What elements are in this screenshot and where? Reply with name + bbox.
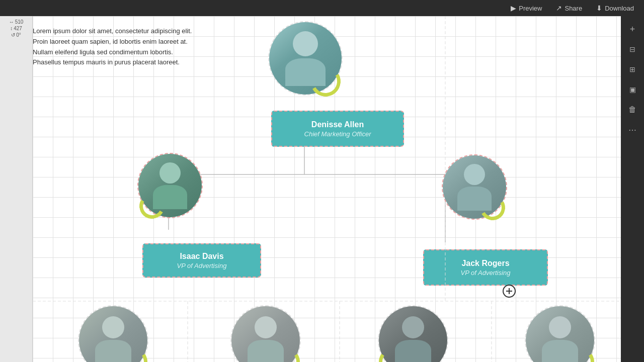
more-options-icon[interactable]: ⋯ bbox=[624, 122, 640, 138]
denisse-name: Denisse Allen bbox=[311, 120, 364, 129]
download-button[interactable]: ⬇ Download bbox=[590, 2, 640, 14]
coordinate-bar: ↔ 510 ↕ 427 ↺ 0° bbox=[0, 16, 33, 362]
isaac-name: Isaac Davis bbox=[180, 252, 223, 261]
text-line-3: Nullam eleifend ligula sed condimentum l… bbox=[33, 47, 229, 58]
bottom-avatar-1[interactable] bbox=[78, 305, 148, 362]
coord-angle: ↺ 0° bbox=[11, 32, 21, 38]
cursor-crosshair bbox=[503, 285, 516, 298]
jack-avatar-wrapper[interactable] bbox=[442, 154, 507, 220]
play-icon: ▶ bbox=[511, 4, 516, 12]
bottom-avatar-2[interactable] bbox=[230, 305, 301, 362]
frame-icon[interactable]: ▣ bbox=[624, 81, 640, 98]
right-sidebar: + ⊟ ⊞ ▣ 🗑 ⋯ bbox=[621, 16, 644, 362]
text-line-2: Proin laoreet quam sapien, id lobortis e… bbox=[33, 37, 229, 47]
fit-vertical-icon[interactable]: ⊞ bbox=[624, 61, 640, 77]
text-block: Lorem ipsum dolor sit amet, consectetur … bbox=[33, 26, 229, 68]
text-line-1: Lorem ipsum dolor sit amet, consectetur … bbox=[33, 26, 229, 37]
bottom-avatar-3[interactable] bbox=[378, 305, 448, 362]
preview-button[interactable]: ▶ Preview bbox=[505, 2, 548, 14]
denisse-avatar-wrapper[interactable] bbox=[268, 21, 343, 96]
delete-icon[interactable]: 🗑 bbox=[624, 102, 640, 118]
toolbar: ▶ Preview ↗ Share ⬇ Download bbox=[0, 0, 644, 16]
download-label: Download bbox=[605, 5, 634, 12]
share-icon: ↗ bbox=[556, 4, 562, 12]
coord-x: ↔ 510 bbox=[9, 19, 24, 25]
bottom-avatar-4[interactable] bbox=[525, 305, 595, 362]
canvas: Lorem ipsum dolor sit amet, consectetur … bbox=[33, 16, 621, 362]
denisse-title: Chief Marketing Officer bbox=[304, 130, 371, 138]
denisse-role-card[interactable]: Denisse Allen Chief Marketing Officer bbox=[271, 111, 404, 147]
share-button[interactable]: ↗ Share bbox=[550, 2, 588, 14]
isaac-avatar-wrapper[interactable] bbox=[137, 153, 203, 218]
coord-y: ↕ 427 bbox=[10, 26, 22, 31]
jack-name: Jack Rogers bbox=[461, 259, 509, 268]
jack-title: VP of Advertising bbox=[461, 269, 511, 277]
fit-horizontal-icon[interactable]: ⊟ bbox=[624, 41, 640, 57]
download-icon: ⬇ bbox=[596, 4, 602, 12]
share-label: Share bbox=[565, 5, 582, 12]
isaac-role-card[interactable]: Isaac Davis VP of Advertising bbox=[142, 243, 261, 278]
text-line-4: Phasellus tempus mauris in purus placera… bbox=[33, 57, 229, 68]
zoom-in-icon[interactable]: + bbox=[624, 21, 640, 37]
jack-role-card[interactable]: Jack Rogers VP of Advertising bbox=[423, 249, 548, 286]
preview-label: Preview bbox=[519, 5, 542, 12]
isaac-title: VP of Advertising bbox=[177, 262, 227, 269]
